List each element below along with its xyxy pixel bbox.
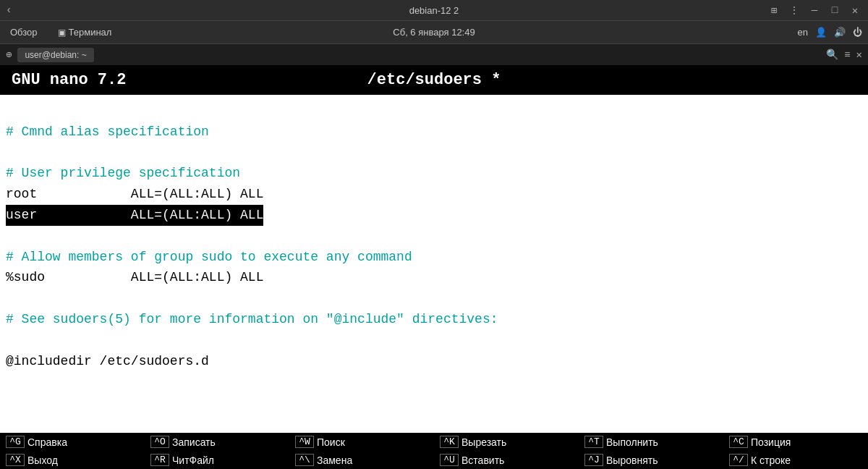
editor-line: user ALL=(ALL:ALL) ALL (3, 205, 865, 226)
title-bar: ‹ debian-12 2 ⊞ ⋮ — □ ✕ (0, 0, 868, 20)
shortcut-label: Поиск (317, 436, 345, 448)
terminal-tab[interactable]: user@debian: ~ (17, 48, 93, 62)
editor-line: # User privilege specification (3, 163, 865, 184)
shortcut-label: ЧитФайл (172, 455, 214, 466)
volume-icon[interactable]: 🔊 (834, 27, 846, 38)
nano-title-bar: GNU nano 7.2 /etc/sudoers * (0, 65, 868, 95)
shortcut-label: Выход (27, 455, 58, 466)
shortcut-key: ^O (150, 436, 169, 448)
shortcut-item[interactable]: ^KВырезать (434, 434, 579, 450)
close-tab-icon[interactable]: ✕ (856, 48, 862, 61)
language-indicator[interactable]: en (798, 27, 808, 38)
editor-line: %sudo ALL=(ALL:ALL) ALL (3, 267, 865, 288)
shortcut-row-0: ^GСправка^OЗаписать^WПоиск^KВырезать^TВы… (0, 433, 868, 451)
shortcut-key: ^G (6, 436, 25, 448)
overview-menu[interactable]: Обзор (6, 25, 42, 39)
shortcut-label: Вставить (461, 455, 504, 466)
overview-label: Обзор (10, 27, 38, 38)
datetime-display: Сб, 6 января 12:49 (393, 27, 475, 38)
shortcut-item[interactable]: ^OЗаписать (145, 434, 289, 450)
shortcut-key: ^K (440, 436, 459, 448)
nano-filename: /etc/sudoers * (223, 71, 645, 89)
window-title: debian-12 2 (409, 5, 459, 16)
tab-label: user@debian: ~ (25, 50, 86, 60)
editor-line (3, 226, 865, 247)
minimize-button[interactable]: — (807, 3, 822, 17)
system-tray: en 👤 🔊 ⏻ (798, 27, 862, 38)
shortcut-key: ^/ (729, 454, 748, 466)
terminal-icon: ▣ (58, 28, 66, 38)
shortcut-key: ^X (6, 454, 25, 466)
shortcut-label: Замена (317, 455, 352, 466)
menu-icon[interactable]: ⋮ (787, 3, 801, 17)
editor-line: @includedir /etc/sudoers.d (3, 351, 865, 372)
user-icon[interactable]: 👤 (815, 27, 827, 38)
menu-bar: Обзор ▣ Терминал Сб, 6 января 12:49 en 👤… (0, 20, 868, 43)
editor-line (3, 143, 865, 164)
shortcut-label: Позиция (751, 436, 791, 448)
power-icon[interactable]: ⏻ (853, 27, 862, 38)
shortcut-item[interactable]: ^\Замена (289, 452, 434, 468)
shortcut-item[interactable]: ^/К строке (723, 452, 868, 468)
hamburger-icon[interactable]: ≡ (844, 49, 850, 61)
editor-line: root ALL=(ALL:ALL) ALL (3, 184, 865, 205)
shortcut-label: Справка (27, 436, 67, 448)
shortcut-label: Выполнить (606, 436, 658, 448)
terminal-menu[interactable]: ▣ Терминал (54, 25, 116, 39)
shortcut-key: ^U (440, 454, 459, 466)
shortcut-item[interactable]: ^TВыполнить (579, 434, 723, 450)
search-icon[interactable]: 🔍 (826, 48, 838, 61)
shortcut-item[interactable]: ^WПоиск (289, 434, 434, 450)
screenshot-icon[interactable]: ⊞ (767, 3, 781, 17)
tab-bar: ⊕ user@debian: ~ 🔍 ≡ ✕ (0, 43, 868, 65)
title-bar-controls: ⊞ ⋮ — □ ✕ (767, 3, 862, 17)
editor-line (3, 101, 865, 122)
editor-line: # Cmnd alias specification (3, 122, 865, 143)
editor-area[interactable]: # Cmnd alias specification# User privile… (0, 95, 868, 433)
editor-line: # Allow members of group sudo to execute… (3, 247, 865, 268)
shortcut-key: ^W (295, 436, 314, 448)
back-icon[interactable]: ‹ (6, 4, 12, 16)
shortcut-label: Вырезать (461, 436, 506, 448)
shortcut-key: ^R (150, 454, 169, 466)
maximize-button[interactable]: □ (827, 3, 842, 17)
shortcut-item[interactable]: ^JВыровнять (579, 452, 723, 468)
editor-line: # See sudoers(5) for more information on… (3, 309, 865, 330)
title-bar-left: ‹ (6, 4, 12, 16)
shortcut-item[interactable]: ^XВыход (0, 452, 145, 468)
shortcut-key: ^J (584, 454, 603, 466)
nano-version: GNU nano 7.2 (12, 71, 223, 89)
shortcut-key: ^C (729, 436, 748, 448)
shortcut-label: Выровнять (606, 455, 658, 466)
shortcut-bars: ^GСправка^OЗаписать^WПоиск^KВырезать^TВы… (0, 433, 868, 469)
shortcut-item[interactable]: ^UВставить (434, 452, 579, 468)
shortcut-item[interactable]: ^CПозиция (723, 434, 868, 450)
tab-bar-right: 🔍 ≡ ✕ (826, 48, 862, 61)
shortcut-key: ^\ (295, 454, 314, 466)
close-button[interactable]: ✕ (848, 3, 862, 17)
shortcut-item[interactable]: ^GСправка (0, 434, 145, 450)
shortcut-label: Записать (172, 436, 216, 448)
new-tab-icon[interactable]: ⊕ (6, 48, 12, 61)
menu-bar-left: Обзор ▣ Терминал (6, 25, 116, 39)
shortcut-item[interactable]: ^RЧитФайл (145, 452, 289, 468)
editor-line (3, 288, 865, 309)
terminal-label: Терминал (69, 27, 112, 38)
shortcut-key: ^T (584, 436, 603, 448)
editor-line (3, 330, 865, 351)
shortcut-row-1: ^XВыход^RЧитФайл^\Замена^UВставить^JВыро… (0, 451, 868, 469)
shortcut-label: К строке (751, 455, 791, 466)
